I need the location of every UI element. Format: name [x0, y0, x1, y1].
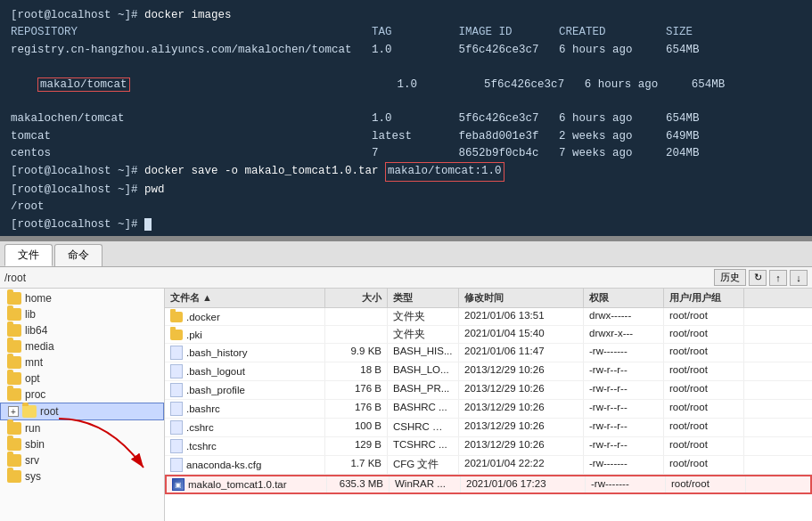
sidebar-label-home: home: [25, 292, 52, 305]
folder-icon: [7, 324, 21, 337]
cell-perms: drwxr-x---: [584, 326, 664, 343]
table-row[interactable]: .bash_history 9.9 KB BASH_HIS... 2021/01…: [165, 344, 812, 362]
sidebar-item-srv[interactable]: srv: [0, 452, 164, 468]
fl-header: 文件名 ▲ 大小 类型 修改时间 权限 用户/用户组: [165, 289, 812, 308]
prompt: [root@localhost ~]#: [11, 9, 144, 21]
table-row[interactable]: .bashrc 176 B BASHRC ... 2013/12/29 10:2…: [165, 400, 812, 419]
download-button[interactable]: ↓: [790, 270, 808, 286]
filemanager-panel: 文件 命令 /root 历史 ↻ ↑ ↓ home lib lib64: [0, 241, 812, 521]
cell-type: 文件夹: [388, 326, 459, 343]
col-perms[interactable]: 权限: [584, 289, 664, 307]
refresh-button[interactable]: ↻: [749, 270, 767, 286]
sidebar-item-sbin[interactable]: sbin: [0, 436, 164, 452]
sidebar-label-run: run: [25, 422, 40, 435]
expand-root-btn[interactable]: +: [8, 406, 19, 417]
sidebar-item-opt[interactable]: opt: [0, 370, 164, 387]
cell-owner: root/root: [664, 344, 744, 362]
file-name-text: anaconda-ks.cfg: [186, 460, 261, 470]
table-row[interactable]: .bash_logout 18 B BASH_LO... 2013/12/29 …: [165, 362, 812, 381]
sidebar-item-mnt[interactable]: mnt: [0, 354, 164, 370]
terminal-line-1: [root@localhost ~]# docker images: [11, 7, 801, 24]
file-icon: [170, 439, 183, 453]
table-row[interactable]: .docker 文件夹 2021/01/06 13:51 drwx------ …: [165, 308, 812, 326]
cell-modified: 2013/12/29 10:26: [459, 381, 584, 399]
folder-icon-root: [22, 405, 37, 418]
file-icon: [170, 383, 183, 397]
cell-owner: root/root: [664, 456, 744, 474]
cell-type: BASH_LO...: [388, 362, 459, 380]
file-rows-container: .docker 文件夹 2021/01/06 13:51 drwx------ …: [165, 308, 812, 494]
tab-files[interactable]: 文件: [4, 244, 53, 266]
cell-modified: 2013/12/29 10:26: [459, 419, 584, 436]
cell-type: 文件夹: [388, 308, 459, 325]
sidebar-label-sbin: sbin: [25, 438, 45, 451]
cell-name: .pki: [165, 326, 325, 343]
col-name[interactable]: 文件名 ▲: [165, 289, 325, 307]
sidebar-label-mnt: mnt: [25, 356, 43, 369]
file-icon: [170, 420, 183, 435]
sidebar-label-proc: proc: [25, 388, 45, 401]
sidebar-item-sys[interactable]: sys: [0, 468, 164, 484]
folder-icon: [170, 312, 183, 322]
sidebar-label-opt: opt: [25, 372, 40, 385]
file-icon: [170, 402, 183, 416]
terminal-cursor: [144, 218, 152, 231]
cell-modified: 2021/01/06 11:47: [459, 344, 584, 362]
cell-type: BASH_HIS...: [388, 344, 459, 362]
cell-perms: -rw-------: [586, 476, 666, 493]
cell-size: [325, 308, 388, 325]
table-row[interactable]: .tcshrc 129 B TCSHRC ... 2013/12/29 10:2…: [165, 437, 812, 456]
table-row[interactable]: anaconda-ks.cfg 1.7 KB CFG 文件 2021/01/04…: [165, 456, 812, 475]
cell-type: BASHRC ...: [388, 400, 459, 418]
file-name-text: .docker: [186, 312, 220, 322]
sidebar-item-home[interactable]: home: [0, 290, 164, 306]
folder-icon: [7, 340, 21, 353]
folder-icon: [170, 330, 183, 340]
sidebar-item-media[interactable]: media: [0, 338, 164, 354]
file-icon: [170, 458, 183, 472]
cell-owner: root/root: [664, 381, 744, 399]
file-icon: [170, 346, 183, 360]
cell-perms: -rw-r--r--: [584, 437, 664, 455]
terminal-row-4: tomcat latest feba8d001e3f 2 weeks ago 6…: [11, 128, 801, 145]
sidebar-item-proc[interactable]: proc: [0, 387, 164, 403]
col-owner[interactable]: 用户/用户组: [664, 289, 744, 307]
tar-icon: ▣: [172, 478, 185, 491]
history-button[interactable]: 历史: [714, 269, 746, 286]
sidebar-label-root: root: [40, 405, 59, 418]
cell-type: CFG 文件: [388, 456, 459, 474]
cell-modified: 2021/01/06 13:51: [459, 308, 584, 325]
file-name-text: .pki: [186, 330, 202, 340]
file-name-text: .bash_logout: [186, 366, 245, 377]
file-name-text: .bashrc: [186, 403, 220, 414]
cell-name: .bash_profile: [165, 381, 325, 399]
folder-icon: [7, 292, 21, 305]
fm-filelist: 文件名 ▲ 大小 类型 修改时间 权限 用户/用户组 .docker 文件夹 2…: [165, 289, 812, 521]
cell-size: 18 B: [325, 362, 388, 380]
table-row[interactable]: .cshrc 100 B CSHRC 文件 2013/12/29 10:26 -…: [165, 419, 812, 437]
fm-path: /root: [4, 272, 709, 284]
terminal-header: REPOSITORY TAG IMAGE ID CREATED SIZE: [11, 24, 801, 41]
sidebar-item-root[interactable]: + root: [0, 403, 164, 420]
tab-commands[interactable]: 命令: [54, 244, 103, 266]
table-row[interactable]: .pki 文件夹 2021/01/04 15:40 drwxr-x--- roo…: [165, 326, 812, 344]
cell-name: anaconda-ks.cfg: [165, 456, 325, 474]
terminal-row-3: makalochen/tomcat 1.0 5f6c426ce3c7 6 hou…: [11, 110, 801, 127]
sidebar-item-run[interactable]: run: [0, 420, 164, 436]
sidebar-label-lib: lib: [25, 308, 36, 321]
folder-icon: [7, 372, 21, 385]
upload-button[interactable]: ↑: [769, 270, 787, 286]
sidebar-item-lib64[interactable]: lib64: [0, 322, 164, 338]
sidebar-label-sys: sys: [25, 470, 41, 483]
col-type[interactable]: 类型: [388, 289, 459, 307]
sidebar-item-lib[interactable]: lib: [0, 306, 164, 322]
table-row[interactable]: .bash_profile 176 B BASH_PR... 2013/12/2…: [165, 381, 812, 400]
cell-modified: 2021/01/04 15:40: [459, 326, 584, 343]
col-size[interactable]: 大小: [325, 289, 388, 307]
table-row[interactable]: ▣ makalo_tomcat1.0.tar 635.3 MB WinRAR .…: [165, 475, 812, 494]
cell-size: 129 B: [325, 437, 388, 455]
cell-owner: root/root: [664, 419, 744, 436]
col-modified[interactable]: 修改时间: [459, 289, 584, 307]
terminal-panel: [root@localhost ~]# docker images REPOSI…: [0, 0, 812, 236]
fm-body: home lib lib64 media mnt opt: [0, 289, 812, 521]
